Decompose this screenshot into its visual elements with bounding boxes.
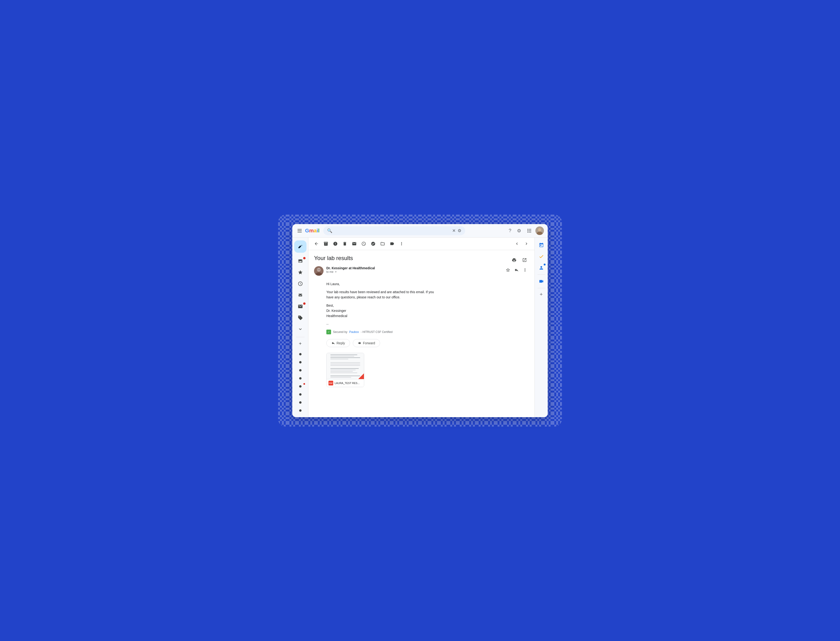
more-icon <box>298 327 303 333</box>
search-icon: 🔍 <box>327 228 332 233</box>
main-layout: + <box>292 238 548 417</box>
security-badge: ✓ Secured by Paubox - HITRUST CSF Certif… <box>326 330 529 334</box>
preview-content <box>330 354 360 378</box>
attachment-preview <box>327 353 364 379</box>
svg-rect-16 <box>297 232 302 232</box>
svg-point-27 <box>538 228 541 232</box>
report-spam-button[interactable] <box>331 240 340 248</box>
settings-button[interactable]: ⚙ <box>515 226 523 235</box>
snoozed-icon <box>298 281 303 287</box>
email-separator: -- <box>326 322 529 327</box>
svg-point-17 <box>527 229 528 230</box>
done-button[interactable] <box>369 240 377 248</box>
more-email-actions-button[interactable] <box>521 266 529 274</box>
add-label-button[interactable]: + <box>296 339 305 348</box>
pdf-icon: PDF <box>328 381 333 385</box>
topbar-right: ? ⚙ <box>507 226 544 235</box>
attachment-name: LAURA_TEST RES... <box>335 382 360 385</box>
email-greeting: Hi Laura, <box>326 281 529 287</box>
right-panel-calendar[interactable] <box>536 240 546 250</box>
email-actions-right <box>504 266 529 274</box>
right-panel-meet[interactable] <box>536 277 546 286</box>
label-item-6[interactable] <box>294 391 307 398</box>
label-item-3[interactable] <box>294 367 307 374</box>
sidebar-item-more[interactable] <box>294 325 307 335</box>
important-icon <box>298 293 303 299</box>
reply-email-button[interactable]: Reply <box>326 339 350 347</box>
move-button[interactable] <box>378 240 387 248</box>
sender-to[interactable]: to me <box>326 270 504 274</box>
svg-rect-15 <box>297 230 302 231</box>
sender-info: Dr. Kessinger at Healthmedical to me <box>326 266 504 274</box>
toolbar-nav <box>513 240 531 248</box>
more-options-button[interactable] <box>397 240 406 248</box>
attachment-card[interactable]: PDF LAURA_TEST RES... <box>326 353 364 387</box>
paubox-link[interactable]: Paubox <box>349 330 359 334</box>
sent-badge <box>303 303 305 305</box>
reply-button[interactable] <box>513 266 520 274</box>
email-body: Hi Laura, Your lab results have been rev… <box>326 281 529 335</box>
right-panel-contacts[interactable] <box>536 263 546 272</box>
search-filter-button[interactable]: ⚙ <box>458 228 461 233</box>
svg-point-25 <box>530 232 531 233</box>
svg-point-24 <box>529 232 530 233</box>
sidebar: + <box>292 238 308 417</box>
outer-background: Gmail 🔍 ✕ ⚙ ? ⚙ <box>278 214 562 427</box>
sender-name: Dr. Kessinger at Healthmedical <box>326 266 504 270</box>
open-new-window-button[interactable] <box>520 256 529 264</box>
gmail-logo: Gmail <box>305 228 320 234</box>
sidebar-item-starred[interactable] <box>294 268 307 278</box>
label-item-7[interactable] <box>294 399 307 406</box>
sender-avatar <box>314 266 323 275</box>
search-clear-button[interactable]: ✕ <box>452 228 456 233</box>
sidebar-item-snoozed[interactable] <box>294 279 307 290</box>
label-icon <box>298 315 303 322</box>
svg-point-22 <box>530 230 531 231</box>
search-bar: 🔍 ✕ ⚙ <box>323 226 465 235</box>
back-button[interactable] <box>312 240 321 248</box>
next-email-button[interactable] <box>522 240 531 248</box>
snooze-button[interactable] <box>360 240 368 248</box>
sent-icon <box>298 304 303 310</box>
help-button[interactable]: ? <box>507 226 513 235</box>
menu-button[interactable] <box>296 228 303 234</box>
email-toolbar <box>308 238 535 250</box>
sidebar-item-sent[interactable] <box>294 302 307 312</box>
sidebar-item-inbox[interactable] <box>294 256 307 267</box>
label-button[interactable] <box>388 240 396 248</box>
security-cert: - HITRUST CSF Certified <box>361 330 392 334</box>
svg-point-18 <box>529 229 530 230</box>
sidebar-item-label[interactable] <box>294 313 307 324</box>
search-input[interactable] <box>334 229 450 233</box>
sidebar-divider <box>296 337 305 337</box>
svg-point-32 <box>318 269 318 270</box>
security-icon: ✓ <box>326 330 331 334</box>
browser-window: Gmail 🔍 ✕ ⚙ ? ⚙ <box>292 224 548 417</box>
add-app-button[interactable]: + <box>537 290 546 299</box>
apps-button[interactable] <box>525 226 533 235</box>
email-header: Dr. Kessinger at Healthmedical to me <box>314 266 529 275</box>
svg-point-21 <box>529 230 530 231</box>
email-content: Your lab results <box>308 250 535 392</box>
archive-button[interactable] <box>321 240 330 248</box>
label-item-5[interactable] <box>294 383 307 390</box>
user-avatar[interactable] <box>535 226 544 235</box>
star-button[interactable] <box>504 266 512 274</box>
label-item-8[interactable] <box>294 407 307 414</box>
right-panel: + <box>535 238 548 417</box>
forward-email-button[interactable]: Forward <box>353 339 380 347</box>
right-panel-divider <box>538 274 545 275</box>
prev-email-button[interactable] <box>513 240 521 248</box>
label-item-4[interactable] <box>294 375 307 382</box>
compose-button[interactable] <box>294 240 307 253</box>
delete-button[interactable] <box>340 240 349 248</box>
label-item-2[interactable] <box>294 359 307 366</box>
email-body-text: Your lab results have been reviewed and … <box>326 289 529 300</box>
svg-point-33 <box>319 269 320 270</box>
print-button[interactable] <box>510 256 519 264</box>
reply-forward-buttons: Reply Forward <box>326 339 529 347</box>
label-item-1[interactable] <box>294 350 307 358</box>
right-panel-tasks[interactable] <box>536 252 546 261</box>
sidebar-item-important[interactable] <box>294 291 307 301</box>
mark-unread-button[interactable] <box>350 240 358 248</box>
